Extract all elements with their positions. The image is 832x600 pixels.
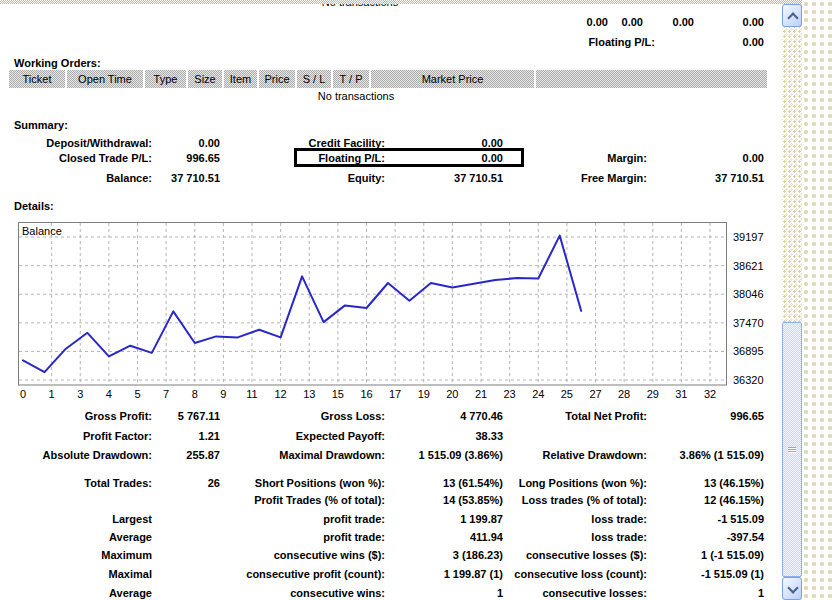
x-axis-tick-label: 7 xyxy=(163,388,169,400)
summary-item-value: 0.00 xyxy=(373,137,503,150)
stat-label: Expected Payoff: xyxy=(195,430,385,443)
x-axis-tick-label: 29 xyxy=(647,388,659,400)
plot-border xyxy=(19,223,727,386)
x-axis-tick-label: 4 xyxy=(106,388,112,400)
balance-chart-svg: 3919738621380463747036895363200134578911… xyxy=(18,222,788,402)
stat-label: loss trade: xyxy=(477,531,647,544)
details-title: Details: xyxy=(14,200,214,213)
x-axis-tick-label: 27 xyxy=(589,388,601,400)
column-header-type: Type xyxy=(145,70,186,88)
total-profit: 0.00 xyxy=(704,16,764,29)
y-axis-tick-label: 37470 xyxy=(733,317,764,329)
x-axis-tick-label: 15 xyxy=(332,388,344,400)
floating-pl-label-top: Floating P/L: xyxy=(500,36,655,49)
stat-value: 3.86% (1 515.09) xyxy=(634,449,764,462)
column-header-t-p: T / P xyxy=(333,70,369,88)
floating-pl-value-top: 0.00 xyxy=(664,36,764,49)
scrollbar-thumb[interactable] xyxy=(782,322,802,577)
stat-label: profit trade: xyxy=(195,531,385,544)
summary-item-label: Free Margin: xyxy=(477,172,647,185)
column-header-blank xyxy=(536,70,767,88)
stat-label: Loss trades (% of total): xyxy=(477,494,647,507)
x-axis-tick-label: 20 xyxy=(446,388,458,400)
x-axis-tick-label: 21 xyxy=(475,388,487,400)
stat-value: 1 (-1 515.09) xyxy=(634,549,764,562)
summary-item-value: 37 710.51 xyxy=(634,172,764,185)
stat-value: 1 xyxy=(634,587,764,600)
stat-label: Total Net Profit: xyxy=(477,410,647,423)
chevron-up-icon xyxy=(787,12,798,23)
working-orders-empty: No transactions xyxy=(296,90,416,103)
x-axis-tick-label: 19 xyxy=(418,388,430,400)
stat-label: consecutive losses: xyxy=(477,587,647,600)
working-orders-title: Working Orders: xyxy=(14,57,214,70)
x-axis-tick-label: 32 xyxy=(704,388,716,400)
column-header-market-price: Market Price xyxy=(371,70,534,88)
chart-legend-label: Balance xyxy=(22,225,62,237)
chevron-down-icon xyxy=(787,582,798,593)
stat-label: Gross Loss: xyxy=(195,410,385,423)
stat-label: profit trade: xyxy=(195,513,385,526)
stat-label: loss trade: xyxy=(477,513,647,526)
x-axis-tick-label: 23 xyxy=(504,388,516,400)
stat-value: 38.33 xyxy=(373,430,503,443)
stat-label: consecutive wins: xyxy=(195,587,385,600)
column-header-ticket: Ticket xyxy=(9,70,65,88)
vertical-scrollbar xyxy=(781,0,802,600)
scrollbar-thumb-grip xyxy=(788,447,796,453)
summary-item-label: Margin: xyxy=(477,152,647,165)
column-header-price: Price xyxy=(259,70,295,88)
stat-label: Short Positions (won %): xyxy=(195,477,385,490)
x-axis-tick-label: 16 xyxy=(360,388,372,400)
x-axis-tick-label: 12 xyxy=(275,388,287,400)
x-axis-tick-label: 8 xyxy=(192,388,198,400)
stat-label: Long Positions (won %): xyxy=(477,477,647,490)
dither-band xyxy=(0,0,803,4)
stat-label: consecutive loss (count): xyxy=(477,568,647,581)
x-axis-tick-label: 25 xyxy=(561,388,573,400)
stat-value: 996.65 xyxy=(634,410,764,423)
x-axis-tick-label: 13 xyxy=(303,388,315,400)
stat-label: consecutive wins ($): xyxy=(195,549,385,562)
stat-value: -397.54 xyxy=(634,531,764,544)
stat-label: consecutive losses ($): xyxy=(477,549,647,562)
balance-chart: 3919738621380463747036895363200134578911… xyxy=(18,222,788,402)
y-axis-tick-label: 38621 xyxy=(733,260,764,272)
stat-label: Average xyxy=(0,531,152,544)
x-axis-tick-label: 0 xyxy=(20,388,26,400)
stat-label: Maximal xyxy=(0,568,152,581)
summary-title: Summary: xyxy=(14,119,214,132)
stat-label: Maximal Drawdown: xyxy=(195,449,385,462)
stat-value: -1 515.09 xyxy=(634,513,764,526)
y-axis-tick-label: 38046 xyxy=(733,288,764,300)
x-axis-tick-label: 31 xyxy=(675,388,687,400)
summary-item-label: Floating P/L: xyxy=(195,152,385,165)
stat-value: 13 (46.15%) xyxy=(634,477,764,490)
y-axis-tick-label: 36895 xyxy=(733,345,764,357)
scroll-up-button[interactable] xyxy=(782,4,802,27)
stat-label: Average xyxy=(0,587,152,600)
column-header-s-l: S / L xyxy=(297,70,331,88)
x-axis-tick-label: 9 xyxy=(220,388,226,400)
summary-item-value: 0.00 xyxy=(634,152,764,165)
stat-label: Maximum xyxy=(0,549,152,562)
summary-item-label: Credit Facility: xyxy=(195,137,385,150)
stat-label: consecutive profit (count): xyxy=(195,568,385,581)
stat-value: -1 515.09 (1) xyxy=(634,568,764,581)
stat-label: Relative Drawdown: xyxy=(477,449,647,462)
x-axis-tick-label: 17 xyxy=(389,388,401,400)
scroll-down-button[interactable] xyxy=(782,577,802,600)
x-axis-tick-label: 5 xyxy=(134,388,140,400)
y-axis-tick-label: 36320 xyxy=(733,374,764,386)
summary-item-label: Equity: xyxy=(195,172,385,185)
column-header-open-time: Open Time xyxy=(67,70,143,88)
y-axis-tick-label: 39197 xyxy=(733,231,764,243)
stat-label: Profit Trades (% of total): xyxy=(195,494,385,507)
x-axis-tick-label: 1 xyxy=(49,388,55,400)
x-axis-tick-label: 3 xyxy=(77,388,83,400)
x-axis-tick-label: 24 xyxy=(532,388,544,400)
window-right-margin xyxy=(802,0,832,600)
column-header-item: Item xyxy=(224,70,257,88)
working-orders-header: TicketOpen TimeTypeSizeItemPriceS / LT /… xyxy=(9,70,768,88)
x-axis-tick-label: 11 xyxy=(246,388,257,400)
